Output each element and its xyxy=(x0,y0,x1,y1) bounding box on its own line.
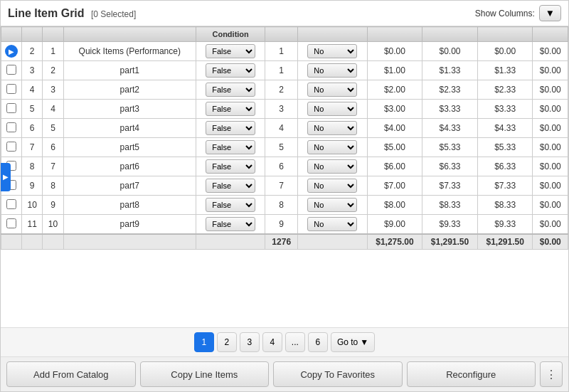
row-checkbox[interactable] xyxy=(6,218,16,228)
row-condition-cell[interactable]: False xyxy=(196,80,265,100)
condition-select[interactable]: False xyxy=(206,63,255,78)
total-price-4: $0.00 xyxy=(533,234,568,250)
row-col1: 4 xyxy=(43,100,63,119)
condition-select[interactable]: False xyxy=(206,121,255,135)
no-select[interactable]: No xyxy=(307,44,357,58)
row-no-cell[interactable]: No xyxy=(297,157,367,176)
table-row: 87part6False6No$6.00$6.33$6.33$0.00 xyxy=(1,157,568,176)
pagination-bar: 1 2 3 4 ... 6 Go to ▼ xyxy=(1,327,568,356)
row-col2: part3 xyxy=(63,100,196,119)
row-condition-cell[interactable]: False xyxy=(196,196,265,215)
row-price-1: $1.00 xyxy=(367,61,422,80)
row-checkbox[interactable] xyxy=(6,199,16,209)
row-no-cell[interactable]: No xyxy=(297,119,367,138)
row-condition-cell[interactable]: False xyxy=(196,176,265,196)
row-checkbox[interactable] xyxy=(6,65,16,75)
row-checkbox[interactable] xyxy=(6,84,16,94)
row-number: 11 xyxy=(22,215,43,235)
row-price-4: $0.00 xyxy=(533,100,568,119)
row-no-cell[interactable]: No xyxy=(297,100,367,119)
row-price-1: $7.00 xyxy=(367,176,422,196)
condition-select[interactable]: False xyxy=(206,83,255,97)
page-btn-1[interactable]: 1 xyxy=(194,332,214,352)
row-price-1: $9.00 xyxy=(367,215,422,235)
show-columns-button[interactable]: ▼ xyxy=(539,5,561,21)
row-price-3: $9.33 xyxy=(477,215,533,235)
row-condition-cell[interactable]: False xyxy=(196,42,265,61)
row-col1: 6 xyxy=(43,138,63,157)
row-col1: 1 xyxy=(43,42,63,61)
row-price-4: $0.00 xyxy=(533,157,568,176)
table-row: 32part1False1No$1.00$1.33$1.33$0.00 xyxy=(1,61,568,80)
grid-header: Line Item Grid [0 Selected] Show Columns… xyxy=(1,1,568,26)
no-select[interactable]: No xyxy=(307,159,357,174)
page-btn-ellipsis[interactable]: ... xyxy=(285,332,305,352)
row-price-4: $0.00 xyxy=(533,215,568,235)
row-price-3: $3.33 xyxy=(477,100,533,119)
row-col2: part9 xyxy=(63,215,196,235)
row-condition-cell[interactable]: False xyxy=(196,138,265,157)
row-price-4: $0.00 xyxy=(533,119,568,138)
total-qty: 1276 xyxy=(265,234,297,250)
copy-to-favorites-button[interactable]: Copy To Favorites xyxy=(273,361,403,387)
copy-line-items-button[interactable]: Copy Line Items xyxy=(140,361,270,387)
row-price-1: $2.00 xyxy=(367,80,422,100)
condition-select[interactable]: False xyxy=(206,179,255,193)
no-select[interactable]: No xyxy=(307,63,357,78)
row-condition-cell[interactable]: False xyxy=(196,157,265,176)
row-no-cell[interactable]: No xyxy=(297,61,367,80)
page-btn-3[interactable]: 3 xyxy=(240,332,260,352)
page-btn-2[interactable]: 2 xyxy=(217,332,237,352)
no-select[interactable]: No xyxy=(307,102,357,116)
row-checkbox[interactable] xyxy=(6,142,16,152)
row-checkbox[interactable] xyxy=(6,122,16,132)
page-btn-6[interactable]: 6 xyxy=(308,332,328,352)
table-row: ▶21Quick Items (Performance)False1No$0.0… xyxy=(1,42,568,61)
total-price-1: $1,275.00 xyxy=(367,234,422,250)
no-select[interactable]: No xyxy=(307,83,357,97)
row-condition-cell[interactable]: False xyxy=(196,61,265,80)
row-price-1: $8.00 xyxy=(367,196,422,215)
row-no-cell[interactable]: No xyxy=(297,42,367,61)
row-no-cell[interactable]: No xyxy=(297,138,367,157)
reconfigure-button[interactable]: Reconfigure xyxy=(407,361,536,387)
no-select[interactable]: No xyxy=(307,217,357,231)
go-to-button[interactable]: Go to ▼ xyxy=(331,332,375,352)
condition-select[interactable]: False xyxy=(206,102,255,116)
condition-select[interactable]: False xyxy=(206,198,255,212)
page-btn-4[interactable]: 4 xyxy=(262,332,282,352)
row-no-cell[interactable]: No xyxy=(297,215,367,235)
totals-no-empty xyxy=(297,234,367,250)
condition-select[interactable]: False xyxy=(206,44,255,58)
row-price-3: $8.33 xyxy=(477,196,533,215)
row-price-1: $4.00 xyxy=(367,119,422,138)
row-number: 2 xyxy=(22,42,43,61)
row-no-cell[interactable]: No xyxy=(297,196,367,215)
condition-select[interactable]: False xyxy=(206,159,255,174)
row-checkbox[interactable] xyxy=(6,103,16,113)
row-number: 6 xyxy=(22,119,43,138)
add-from-catalog-button[interactable]: Add From Catalog xyxy=(6,361,136,387)
row-condition-cell[interactable]: False xyxy=(196,100,265,119)
more-icon: ⋮ xyxy=(546,368,557,381)
selected-count: [0 Selected] xyxy=(91,9,136,19)
th-no xyxy=(297,27,367,42)
no-select[interactable]: No xyxy=(307,121,357,135)
row-price-2: $5.33 xyxy=(422,138,478,157)
row-select-cell xyxy=(1,196,22,215)
more-options-button[interactable]: ⋮ xyxy=(540,361,563,387)
row-no-cell[interactable]: No xyxy=(297,176,367,196)
no-select[interactable]: No xyxy=(307,198,357,212)
row-number: 4 xyxy=(22,80,43,100)
no-select[interactable]: No xyxy=(307,140,357,154)
row-col1: 2 xyxy=(43,61,63,80)
row-condition-cell[interactable]: False xyxy=(196,119,265,138)
condition-select[interactable]: False xyxy=(206,140,255,154)
row-qty: 1 xyxy=(265,42,297,61)
condition-select[interactable]: False xyxy=(206,217,255,231)
row-condition-cell[interactable]: False xyxy=(196,215,265,235)
no-select[interactable]: No xyxy=(307,179,357,193)
left-expand-tab[interactable]: ▶ xyxy=(1,163,11,191)
row-qty: 4 xyxy=(265,119,297,138)
row-no-cell[interactable]: No xyxy=(297,80,367,100)
